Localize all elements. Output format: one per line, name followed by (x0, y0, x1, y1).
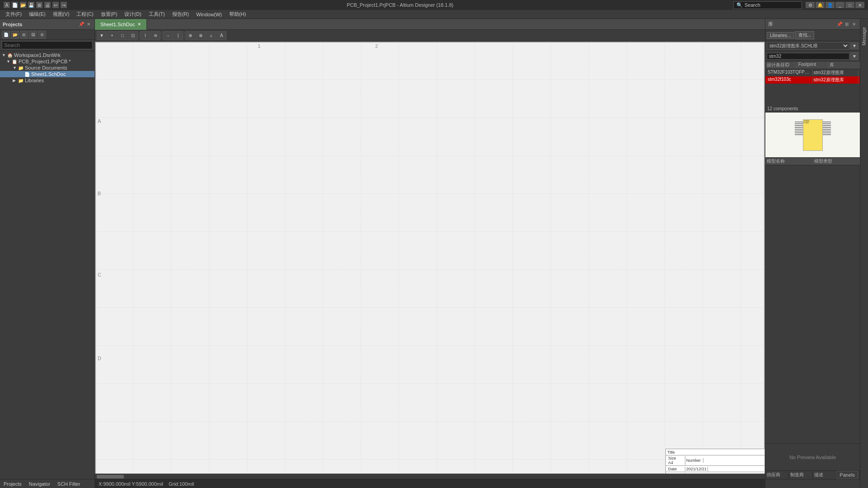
library-panel-pin-btn[interactable]: 📌 (836, 21, 843, 28)
new-project-btn[interactable]: 📄 (2, 31, 10, 39)
tree-item-project[interactable]: ▼ 📋 PCB_Project1.PrjPCB * (0, 58, 94, 65)
settings-project-btn[interactable]: ⚙ (38, 31, 46, 39)
tab-projects[interactable]: Projects (2, 481, 24, 487)
notify-btn[interactable]: 🔔 (816, 2, 825, 8)
save-project-btn[interactable]: 🖫 (29, 31, 37, 39)
sep2 (161, 32, 162, 39)
close-btn[interactable]: ✕ (855, 2, 864, 8)
menu-file[interactable]: 文件(F) (2, 10, 25, 18)
sep3 (184, 32, 184, 39)
library-search-btn[interactable]: ▼ (850, 52, 859, 60)
close-project-btn[interactable]: ⊞ (20, 31, 28, 39)
library-bottom-tabs (765, 479, 860, 488)
workspace-icon: 🏠 (7, 53, 13, 58)
pin-btn[interactable]: ⊡ (128, 31, 138, 40)
redo-btn[interactable]: ↪ (61, 2, 67, 8)
settings-btn[interactable]: ⚙ (806, 2, 815, 8)
library-search-input[interactable] (767, 53, 849, 60)
horizontal-scrollbar[interactable] (95, 474, 765, 479)
print-btn[interactable]: 🖨 (44, 2, 51, 8)
library-panel-btns: 📌 ⊞ ✕ (836, 21, 857, 28)
project-icon: 📋 (12, 59, 17, 64)
menu-window[interactable]: Window(W) (193, 11, 226, 18)
undo-btn[interactable]: ↩ (52, 2, 59, 8)
gnd-btn[interactable]: ⏚ (206, 31, 216, 40)
menu-help[interactable]: 帮助(H) (226, 10, 250, 18)
tree-item-libraries[interactable]: ▶ 📁 Libraries (0, 77, 94, 84)
title-label: Title (667, 450, 675, 455)
library-panel: 库 📌 ⊞ ✕ Libraries... 查找... stm32原理图库.SCH… (765, 19, 860, 488)
rect-btn[interactable]: □ (118, 31, 127, 40)
open-project-btn[interactable]: 📂 (11, 31, 19, 39)
library-panel-header: 库 📌 ⊞ ✕ (765, 19, 860, 30)
global-search-bar[interactable]: 🔍 (733, 1, 802, 9)
open-btn[interactable]: 📂 (20, 2, 26, 8)
wire-btn[interactable]: ⌇ (140, 31, 150, 40)
tab-sch-filter[interactable]: SCH Filter (56, 481, 82, 487)
panel-pin-btn[interactable]: 📌 (78, 21, 85, 28)
menu-tools[interactable]: 工具(T) (145, 10, 169, 18)
app-icon: A (4, 2, 10, 8)
schematic-canvas[interactable]: A B C D 1 2 Title Size A4 (95, 42, 765, 479)
scrollbar-thumb[interactable] (97, 475, 124, 479)
filter-btn[interactable]: ▼ (97, 31, 107, 40)
maximize-btn[interactable]: □ (845, 2, 854, 8)
col-design-id[interactable]: 设计条目ID (765, 61, 797, 69)
bottom-tabs: Projects Navigator SCH Filter (0, 479, 94, 488)
tree-item-schdoc[interactable]: 📄 Sheet1.SchDoc (0, 71, 94, 77)
library-search-row: ▼ (765, 51, 860, 61)
arrow-btn[interactable]: → (163, 31, 173, 40)
menu-design[interactable]: 设计(D) (121, 10, 145, 18)
date-value: 2021/12/21 (686, 467, 707, 471)
schdoc-icon: 📄 (24, 72, 30, 77)
library-panel-close-btn[interactable]: ✕ (851, 21, 857, 28)
vcc-btn[interactable]: A (217, 31, 226, 40)
bus-btn[interactable]: ≋ (151, 31, 160, 40)
no-preview-text: No Preview Available (789, 455, 836, 460)
panel-close-btn[interactable]: ✕ (85, 21, 92, 28)
tree-item-source-docs[interactable]: ▼ 📁 Source Documents (0, 65, 94, 71)
side-tab-libraries[interactable]: 库 (860, 21, 868, 24)
editor-tab-close-btn[interactable]: ✕ (137, 22, 141, 27)
search-lib-btn[interactable]: 查找... (795, 31, 814, 39)
size-row: Size A4 Number (666, 455, 764, 466)
user-btn[interactable]: 👤 (826, 2, 835, 8)
side-tab-messages[interactable]: Message (861, 25, 868, 47)
library-panel-expand-btn[interactable]: ⊞ (844, 21, 850, 28)
menu-edit[interactable]: 编辑(E) (25, 10, 49, 18)
col-footprint[interactable]: Footprint (797, 61, 829, 69)
col-lib[interactable]: 库 (828, 61, 860, 69)
library-selector[interactable]: stm32原理图库.SCHLIB (767, 42, 849, 50)
model-col-name: 模型名称 (765, 158, 813, 165)
expand-icon: ▼ (6, 59, 12, 64)
component-count: 12 components (765, 105, 860, 113)
project-search-input[interactable] (2, 41, 93, 49)
panels-btn[interactable]: Panels (836, 471, 858, 479)
chip-pin (823, 132, 831, 133)
library-selector-row: stm32原理图库.SCHLIB ▼ (765, 41, 860, 51)
new-btn[interactable]: 📄 (12, 2, 18, 8)
panel-header: Projects 📌 ✕ (0, 19, 94, 30)
menu-project[interactable]: 工程(C) (73, 10, 97, 18)
menu-place[interactable]: 放置(P) (97, 10, 121, 18)
power-btn[interactable]: ⊗ (196, 31, 206, 40)
date-row: Date 2021/12/21 (666, 466, 764, 472)
tab-navigator[interactable]: Navigator (27, 481, 52, 487)
port-btn[interactable]: | (173, 31, 183, 40)
list-item-stm32f103c[interactable]: stm32f103c stm32原理图库 (765, 76, 860, 84)
global-search-input[interactable] (745, 2, 799, 8)
add-btn[interactable]: + (107, 31, 117, 40)
editor-tab-schdoc[interactable]: Sheet1.SchDoc ✕ (95, 19, 147, 30)
net-btn[interactable]: ⊕ (185, 31, 195, 40)
libraries-btn[interactable]: Libraries... (767, 32, 794, 39)
save-btn[interactable]: 💾 (28, 2, 34, 8)
menu-reports[interactable]: 报告(R) (169, 10, 193, 18)
menu-view[interactable]: 视图(V) (49, 10, 73, 18)
tree-item-workspace[interactable]: ▼ 🏠 Workspace1.DsnWrk (0, 52, 94, 58)
save-all-btn[interactable]: ⊞ (36, 2, 42, 8)
date-cell: Date (667, 467, 685, 471)
minimize-btn[interactable]: _ (835, 2, 844, 8)
list-item-stm32f103tqfp[interactable]: STM32F103TQFP48 7x7_L stm32原理图库 (765, 69, 860, 76)
schematic-grid: A B C D 1 2 Title Size A4 (95, 42, 765, 479)
lib-selector-expand-btn[interactable]: ▼ (850, 42, 859, 49)
